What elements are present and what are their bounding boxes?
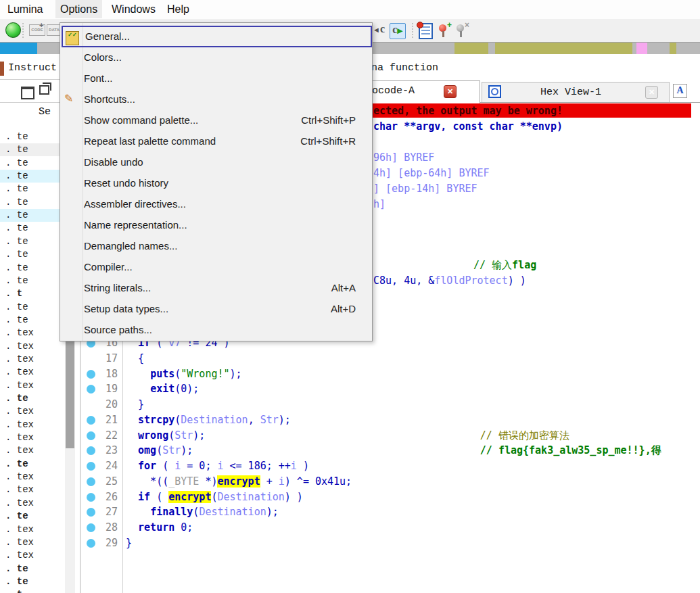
pseudocode-line[interactable]: 25 *((_BYTE *)encrypt + i) ^= 0x41u; (83, 474, 700, 490)
code-text: } (126, 536, 132, 551)
menu-item-font[interactable]: Font... (62, 68, 369, 89)
menu-item-name-representation[interactable]: Name representation... (62, 214, 369, 235)
menu-item-label: Reset undo history (84, 172, 168, 193)
disassembly-row[interactable]: . tex (0, 471, 68, 483)
menu-item-shortcuts[interactable]: ✎Shortcuts... (62, 89, 369, 110)
disassembly-row[interactable]: . tex (0, 444, 68, 457)
disassembly-row[interactable]: . te (0, 510, 68, 523)
menu-item-general[interactable]: ✓✓General... (62, 26, 372, 47)
restore-windows-icon[interactable] (39, 85, 49, 95)
disassembly-row[interactable]: . te (0, 143, 68, 156)
disassembly-row[interactable]: . tex (0, 523, 68, 536)
ida-view-tab-icon[interactable]: A (673, 84, 687, 98)
menu-item-setup-data-types[interactable]: Setup data types...Alt+D (62, 298, 369, 319)
code-segment-var: i (217, 460, 223, 472)
disassembly-row[interactable]: . te (0, 458, 68, 471)
disassembly-row[interactable]: . tex (0, 431, 68, 444)
menu-item-disable-undo[interactable]: Disable undo (62, 151, 369, 172)
disassembly-row[interactable]: . tex (0, 353, 68, 366)
menu-item-colors[interactable]: Colors... (62, 47, 369, 68)
menu-item-show-command-palette[interactable]: Show command palette...Ctrl+Shift+P (62, 110, 369, 131)
close-tab-icon[interactable]: ✕ (645, 86, 658, 99)
menu-item-source-paths[interactable]: Source paths... (62, 319, 369, 340)
disassembly-row[interactable]: . te (0, 196, 68, 209)
disassembly-row[interactable]: . tex (0, 379, 68, 392)
add-bookmark-icon[interactable]: + (437, 23, 450, 38)
code-segment-op: ); (230, 368, 242, 380)
menubar-item-help[interactable]: Help (162, 0, 194, 18)
maximize-window-icon[interactable] (21, 87, 34, 99)
disassembly-row[interactable]: . te (0, 157, 68, 170)
disassembly-row[interactable]: . tex (0, 340, 68, 353)
code-segment-op: *(( (126, 475, 168, 488)
disassembly-row[interactable]: . te (0, 301, 68, 314)
tab-hex-view[interactable]: Hex View-1 ✕ (482, 82, 670, 103)
pseudocode-line[interactable]: 29} (83, 536, 700, 551)
jump-c-run-icon[interactable]: c▶ (390, 23, 406, 39)
navband-segment[interactable] (495, 43, 632, 55)
menubar-item-options[interactable]: Options (55, 0, 102, 18)
pseudocode-line[interactable]: 20 } (83, 397, 700, 412)
disassembly-row[interactable]: . te (0, 222, 68, 235)
code-segment-op (126, 521, 138, 533)
bookmarks-list-icon[interactable] (419, 23, 433, 39)
pseudocode-line[interactable]: 21 strcpy(Destination, Str); (83, 412, 700, 428)
menu-item-label: Shortcuts... (84, 89, 135, 110)
busy-indicator-icon (5, 22, 21, 38)
navband-segment[interactable] (670, 43, 676, 55)
disassembly-row[interactable]: . tex (0, 549, 68, 562)
pseudocode-line[interactable]: 18 puts("Wrong!"); (83, 366, 700, 382)
navband-segment[interactable] (0, 43, 37, 55)
disassembly-row[interactable]: . te (0, 563, 68, 575)
code-segment-op: ( (150, 491, 168, 503)
menu-item-demangled-names[interactable]: Demangled names... (62, 235, 369, 256)
disassembly-row[interactable]: . te (0, 262, 68, 275)
code-text: if ( encrypt(Destination) ) (126, 490, 303, 505)
pseudocode-line[interactable]: 26 if ( encrypt(Destination) ) (83, 490, 700, 505)
close-tab-icon[interactable]: ✕ (444, 85, 457, 98)
pseudocode-line[interactable]: 24 for ( i = 0; i <= 186; ++i ) (83, 458, 700, 474)
menu-item-reset-undo-history[interactable]: Reset undo history (62, 172, 369, 193)
disassembly-row[interactable]: . tex (0, 327, 68, 339)
disassembly-row[interactable]: . tex (0, 405, 68, 418)
menu-item-repeat-last-palette-command[interactable]: Repeat last palette commandCtrl+Shift+R (62, 131, 369, 151)
pseudocode-line[interactable]: 28 return 0; (83, 520, 700, 536)
code-text: *((_BYTE *)encrypt + i) ^= 0x41u; (126, 474, 352, 490)
code-fragment: // 输入flag (473, 258, 536, 273)
disassembly-row[interactable]: . t (0, 287, 68, 300)
disassembly-row[interactable]: . te (0, 248, 68, 261)
pseudocode-line[interactable]: 22 wrong(Str); // 错误的加密算法 (83, 428, 700, 444)
left-scrollbar-thumb[interactable] (66, 341, 74, 448)
pseudocode-line[interactable]: 17 { (83, 351, 700, 366)
disassembly-row[interactable]: . te (0, 170, 68, 183)
line-number: 21 (83, 412, 118, 428)
disassembly-row[interactable]: . te (0, 392, 68, 405)
disassembly-row[interactable]: . te (0, 575, 68, 588)
delete-bookmark-icon[interactable]: × (454, 23, 468, 38)
navband-segment[interactable] (454, 43, 488, 55)
menu-item-assembler-directives[interactable]: Assembler directives... (62, 193, 369, 214)
disassembly-row[interactable]: . tex (0, 536, 68, 549)
disassembly-row[interactable]: . te (0, 314, 68, 327)
disassembly-row[interactable]: . te (0, 275, 68, 287)
pseudocode-line[interactable]: 23 omg(Str); // flag{fak3_alw35_sp_me!!}… (83, 443, 700, 458)
menu-item-label: Colors... (84, 47, 122, 68)
menubar-item-lumina[interactable]: Lumina (3, 0, 47, 18)
code-segment-op: ) ^= 0x41u; (285, 475, 352, 488)
menubar-item-windows[interactable]: Windows (107, 0, 160, 18)
pseudocode-line[interactable]: 19 exit(0); (83, 381, 700, 397)
jump-c-back-icon[interactable]: ◄c (371, 23, 386, 38)
disassembly-row[interactable]: . te (0, 131, 68, 143)
disassembly-row[interactable]: . tex (0, 366, 68, 379)
navband-segment[interactable] (636, 43, 647, 55)
menu-item-string-literals[interactable]: String literals...Alt+A (62, 277, 369, 298)
disassembly-row[interactable]: . tex (0, 497, 68, 510)
disassembly-row[interactable]: . te (0, 235, 68, 248)
disassembly-row[interactable]: . te (0, 209, 68, 222)
pseudocode-line[interactable]: 27 finally(Destination); (83, 504, 700, 520)
disassembly-row[interactable]: . te (0, 183, 68, 195)
disassembly-row[interactable]: . tex (0, 419, 68, 431)
menu-item-compiler[interactable]: Compiler... (62, 256, 369, 277)
disassembly-row[interactable]: . tex (0, 483, 68, 496)
disassembly-row[interactable]: . t (0, 588, 68, 593)
